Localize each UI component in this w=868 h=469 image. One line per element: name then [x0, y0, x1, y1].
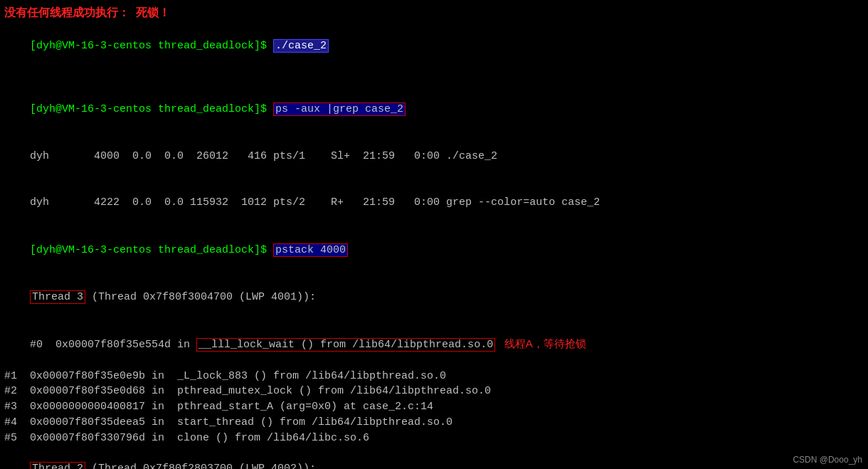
prompt-3: [dyh@VM-16-3-centos thread_deadlock]$	[30, 244, 273, 256]
pstack-cmd-line: [dyh@VM-16-3-centos thread_deadlock]$ ps…	[4, 226, 864, 274]
cmd-case2: ./case_2	[273, 39, 329, 53]
lll-lock-box-1: __lll_lock_wait () from /lib64/libpthrea…	[196, 338, 495, 352]
ps-row-1: dyh 4000 0.0 0.0 26012 416 pts/1 Sl+ 21:…	[4, 133, 864, 179]
terminal: 没有任何线程成功执行： 死锁！ [dyh@VM-16-3-centos thre…	[0, 0, 868, 469]
prompt-2: [dyh@VM-16-3-centos thread_deadlock]$	[30, 103, 273, 115]
thread3-header: Thread 3 (Thread 0x7f80f3004700 (LWP 400…	[4, 274, 864, 320]
pstack-cmd: pstack 4000	[273, 243, 348, 257]
csdn-watermark: CSDN @Dooo_yh	[793, 455, 862, 465]
thread3-frame2: #2 0x00007f80f35e0d68 in pthread_mutex_l…	[4, 384, 864, 399]
thread3-label: Thread 3	[30, 290, 85, 304]
ps-cmd-line: [dyh@VM-16-3-centos thread_deadlock]$ ps…	[4, 85, 864, 133]
thread3-frame5: #5 0x00007f80f330796d in clone () from /…	[4, 431, 864, 446]
warning-line: 没有任何线程成功执行： 死锁！	[4, 3, 864, 22]
thread2-header: Thread 2 (Thread 0x7f80f2803700 (LWP 400…	[4, 446, 864, 469]
thread3-frame4: #4 0x00007f80f35deea5 in start_thread ()…	[4, 415, 864, 431]
ps-cmd: ps -aux |grep case_2	[273, 102, 406, 116]
blank-line-1	[4, 70, 864, 85]
annotation-threadA: 线程A，等待抢锁	[495, 337, 586, 349]
thread3-frame0: #0 0x00007f80f35e554d in __lll_lock_wait…	[4, 320, 864, 368]
thread2-label: Thread 2	[30, 462, 85, 469]
thread3-frame3: #3 0x0000000000400817 in pthread_start_A…	[4, 399, 864, 415]
prompt-1: [dyh@VM-16-3-centos thread_deadlock]$	[30, 40, 273, 52]
cmd-case2-line: [dyh@VM-16-3-centos thread_deadlock]$ ./…	[4, 22, 864, 70]
thread3-frame1: #1 0x00007f80f35e0e9b in _L_lock_883 () …	[4, 369, 864, 384]
ps-row-2: dyh 4222 0.0 0.0 115932 1012 pts/2 R+ 21…	[4, 180, 864, 226]
